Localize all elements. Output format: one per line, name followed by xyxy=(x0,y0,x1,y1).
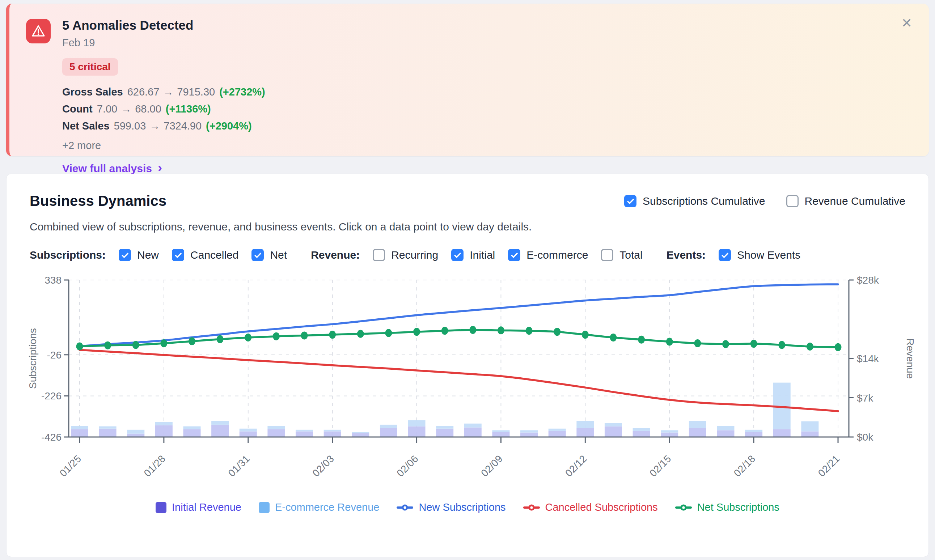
bar-initial-revenue[interactable] xyxy=(464,428,481,437)
bar-initial-revenue[interactable] xyxy=(717,430,734,437)
bar-initial-revenue[interactable] xyxy=(155,425,172,437)
bar-e-commerce-revenue[interactable] xyxy=(268,426,285,429)
bar-initial-revenue[interactable] xyxy=(801,432,818,437)
bar-e-commerce-revenue[interactable] xyxy=(324,430,341,432)
bar-e-commerce-revenue[interactable] xyxy=(183,426,201,429)
bar-initial-revenue[interactable] xyxy=(689,428,706,437)
point-net-subscriptions[interactable] xyxy=(76,342,83,350)
point-net-subscriptions[interactable] xyxy=(835,343,842,351)
point-net-subscriptions[interactable] xyxy=(441,327,448,335)
filter-initial[interactable]: Initial xyxy=(451,249,495,261)
checkbox-checked[interactable] xyxy=(624,195,637,207)
bar-initial-revenue[interactable] xyxy=(745,432,763,437)
point-net-subscriptions[interactable] xyxy=(807,343,814,351)
legend-item-initial-revenue[interactable]: Initial Revenue xyxy=(155,502,241,513)
bar-e-commerce-revenue[interactable] xyxy=(155,422,172,425)
legend-item-cancelled-subscriptions[interactable]: Cancelled Subscriptions xyxy=(523,502,658,513)
bar-e-commerce-revenue[interactable] xyxy=(464,424,481,428)
bar-initial-revenue[interactable] xyxy=(183,429,201,437)
combo-chart[interactable]: 338-26-226-426$28k$14k$7k$0k01/2501/2801… xyxy=(24,274,905,492)
point-net-subscriptions[interactable] xyxy=(582,331,589,338)
bar-initial-revenue[interactable] xyxy=(240,432,257,437)
point-net-subscriptions[interactable] xyxy=(694,339,701,347)
filter-e-commerce[interactable]: E-commerce xyxy=(508,249,588,261)
checkbox-unchecked[interactable] xyxy=(601,249,613,261)
bar-e-commerce-revenue[interactable] xyxy=(240,429,257,432)
bar-e-commerce-revenue[interactable] xyxy=(492,430,509,432)
bar-initial-revenue[interactable] xyxy=(211,425,229,437)
line-new-subscriptions[interactable] xyxy=(80,285,838,346)
checkbox-checked[interactable] xyxy=(172,249,184,261)
legend-item-e-commerce-revenue[interactable]: E-commerce Revenue xyxy=(259,502,380,513)
point-net-subscriptions[interactable] xyxy=(554,328,560,336)
point-net-subscriptions[interactable] xyxy=(469,326,476,334)
view-full-analysis-link[interactable]: View full analysis › xyxy=(62,162,162,175)
filter-total[interactable]: Total xyxy=(601,249,642,261)
bar-initial-revenue[interactable] xyxy=(549,431,566,437)
bar-e-commerce-revenue[interactable] xyxy=(633,428,650,431)
bar-e-commerce-revenue[interactable] xyxy=(380,425,397,428)
point-net-subscriptions[interactable] xyxy=(526,327,533,335)
point-net-subscriptions[interactable] xyxy=(385,329,392,337)
filter-show-events[interactable]: Show Events xyxy=(719,249,800,261)
checkbox-unchecked[interactable] xyxy=(373,249,385,261)
point-net-subscriptions[interactable] xyxy=(498,326,504,334)
point-net-subscriptions[interactable] xyxy=(610,334,617,342)
checkbox-checked[interactable] xyxy=(451,249,463,261)
bar-e-commerce-revenue[interactable] xyxy=(211,421,229,425)
point-net-subscriptions[interactable] xyxy=(160,339,167,347)
bar-initial-revenue[interactable] xyxy=(268,429,285,437)
point-net-subscriptions[interactable] xyxy=(638,336,645,344)
bar-initial-revenue[interactable] xyxy=(99,429,117,437)
point-net-subscriptions[interactable] xyxy=(666,337,673,346)
bar-e-commerce-revenue[interactable] xyxy=(408,420,426,426)
bar-initial-revenue[interactable] xyxy=(408,426,426,437)
bar-e-commerce-revenue[interactable] xyxy=(71,426,88,429)
point-net-subscriptions[interactable] xyxy=(273,332,280,340)
filter-recurring[interactable]: Recurring xyxy=(373,249,438,261)
bar-initial-revenue[interactable] xyxy=(661,433,678,437)
bar-initial-revenue[interactable] xyxy=(352,433,369,437)
bar-e-commerce-revenue[interactable] xyxy=(549,429,566,431)
bar-initial-revenue[interactable] xyxy=(604,426,622,437)
business-dynamics-chart-svg[interactable]: 338-26-226-426$28k$14k$7k$0k01/2501/2801… xyxy=(24,274,918,491)
point-net-subscriptions[interactable] xyxy=(132,341,139,349)
bar-initial-revenue[interactable] xyxy=(773,429,790,437)
bar-e-commerce-revenue[interactable] xyxy=(436,426,454,429)
bar-e-commerce-revenue[interactable] xyxy=(520,430,538,432)
point-net-subscriptions[interactable] xyxy=(722,340,729,348)
bar-e-commerce-revenue[interactable] xyxy=(689,421,706,428)
bar-initial-revenue[interactable] xyxy=(633,431,650,437)
filter-new[interactable]: New xyxy=(119,249,159,261)
point-net-subscriptions[interactable] xyxy=(245,334,251,342)
bar-e-commerce-revenue[interactable] xyxy=(99,426,117,429)
point-net-subscriptions[interactable] xyxy=(217,335,224,343)
point-net-subscriptions[interactable] xyxy=(750,340,757,348)
bar-e-commerce-revenue[interactable] xyxy=(295,430,313,432)
checkbox-checked[interactable] xyxy=(719,249,731,261)
point-net-subscriptions[interactable] xyxy=(413,328,420,336)
bar-e-commerce-revenue[interactable] xyxy=(745,430,763,432)
filter-net[interactable]: Net xyxy=(251,249,287,261)
point-net-subscriptions[interactable] xyxy=(357,330,364,338)
bar-initial-revenue[interactable] xyxy=(520,433,538,437)
bar-initial-revenue[interactable] xyxy=(295,432,313,437)
bar-e-commerce-revenue[interactable] xyxy=(801,422,818,432)
checkbox-unchecked[interactable] xyxy=(786,195,798,207)
bar-initial-revenue[interactable] xyxy=(71,429,88,437)
filter-cancelled[interactable]: Cancelled xyxy=(172,249,238,261)
bar-e-commerce-revenue[interactable] xyxy=(717,426,734,430)
bar-e-commerce-revenue[interactable] xyxy=(127,430,145,434)
checkbox-checked[interactable] xyxy=(119,249,131,261)
close-icon[interactable]: ✕ xyxy=(901,17,912,30)
bar-initial-revenue[interactable] xyxy=(380,428,397,437)
point-net-subscriptions[interactable] xyxy=(104,342,111,349)
legend-item-net-subscriptions[interactable]: Net Subscriptions xyxy=(675,502,780,513)
checkbox-checked[interactable] xyxy=(251,249,264,261)
bar-e-commerce-revenue[interactable] xyxy=(577,421,594,428)
bar-e-commerce-revenue[interactable] xyxy=(604,423,622,426)
toggle-subscriptions-cumulative[interactable]: Subscriptions Cumulative xyxy=(624,195,765,207)
checkbox-checked[interactable] xyxy=(508,249,520,261)
point-net-subscriptions[interactable] xyxy=(329,331,336,338)
legend-item-new-subscriptions[interactable]: New Subscriptions xyxy=(397,502,506,513)
